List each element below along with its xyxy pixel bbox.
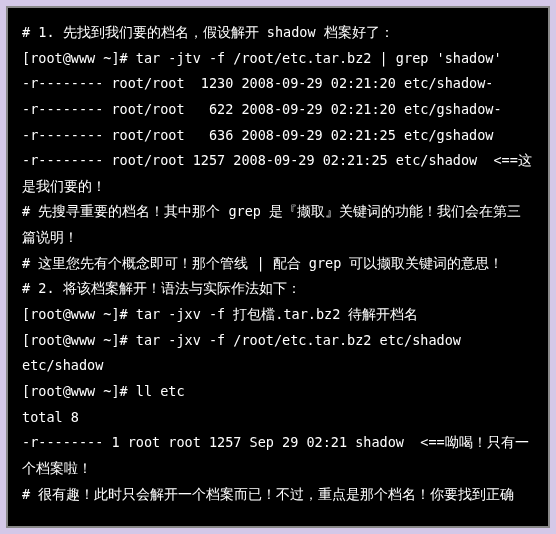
terminal-line: [root@www ~]# tar -jxv -f 打包檔.tar.bz2 待解… [22, 302, 534, 328]
terminal-line: total 8 [22, 405, 534, 431]
terminal-line: # 先搜寻重要的档名！其中那个 grep 是『撷取』关键词的功能！我们会在第三篇… [22, 199, 534, 250]
terminal-window: # 1. 先找到我们要的档名，假设解开 shadow 档案好了： [root@w… [6, 6, 550, 528]
terminal-line: -r-------- root/root 636 2008-09-29 02:2… [22, 123, 534, 149]
terminal-line: # 2. 将该档案解开！语法与实际作法如下： [22, 276, 534, 302]
terminal-line: [root@www ~]# tar -jtv -f /root/etc.tar.… [22, 46, 534, 72]
terminal-line: [root@www ~]# tar -jxv -f /root/etc.tar.… [22, 328, 534, 354]
terminal-line: [root@www ~]# ll etc [22, 379, 534, 405]
terminal-line: -r-------- 1 root root 1257 Sep 29 02:21… [22, 430, 534, 481]
terminal-line: # 1. 先找到我们要的档名，假设解开 shadow 档案好了： [22, 20, 534, 46]
terminal-line: etc/shadow [22, 353, 534, 379]
terminal-line: -r-------- root/root 1230 2008-09-29 02:… [22, 71, 534, 97]
terminal-line: -r-------- root/root 622 2008-09-29 02:2… [22, 97, 534, 123]
terminal-line: -r-------- root/root 1257 2008-09-29 02:… [22, 148, 534, 199]
terminal-line: # 很有趣！此时只会解开一个档案而已！不过，重点是那个档名！你要找到正确 [22, 482, 534, 508]
terminal-line: # 这里您先有个概念即可！那个管线 | 配合 grep 可以撷取关键词的意思！ [22, 251, 534, 277]
